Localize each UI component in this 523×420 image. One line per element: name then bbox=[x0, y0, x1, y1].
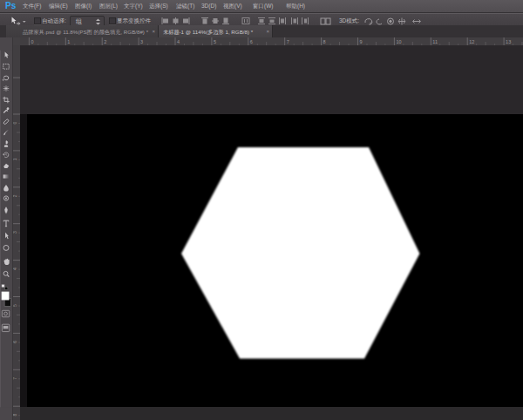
svg-text:12: 12 bbox=[469, 39, 474, 44]
svg-text:3: 3 bbox=[13, 231, 17, 234]
svg-text:4: 4 bbox=[177, 39, 180, 44]
svg-text:10: 10 bbox=[396, 39, 401, 44]
svg-text:4: 4 bbox=[13, 268, 17, 270]
svg-text:2: 2 bbox=[13, 194, 17, 197]
svg-text:7: 7 bbox=[287, 39, 289, 44]
svg-text:5: 5 bbox=[13, 304, 17, 307]
svg-text:5: 5 bbox=[214, 39, 216, 44]
svg-text:0: 0 bbox=[31, 39, 33, 44]
svg-text:13: 13 bbox=[506, 39, 511, 44]
svg-text:6: 6 bbox=[13, 341, 17, 343]
svg-text:1: 1 bbox=[67, 39, 70, 44]
svg-text:1: 1 bbox=[13, 158, 17, 160]
svg-text:8: 8 bbox=[323, 39, 326, 44]
svg-text:9: 9 bbox=[360, 39, 363, 44]
svg-text:0: 0 bbox=[13, 121, 17, 124]
svg-text:3: 3 bbox=[140, 39, 143, 44]
svg-text:8: 8 bbox=[13, 414, 17, 417]
svg-text:2: 2 bbox=[104, 39, 106, 44]
svg-text:7: 7 bbox=[13, 377, 17, 380]
svg-text:6: 6 bbox=[250, 39, 253, 44]
svg-text:11: 11 bbox=[432, 39, 438, 44]
